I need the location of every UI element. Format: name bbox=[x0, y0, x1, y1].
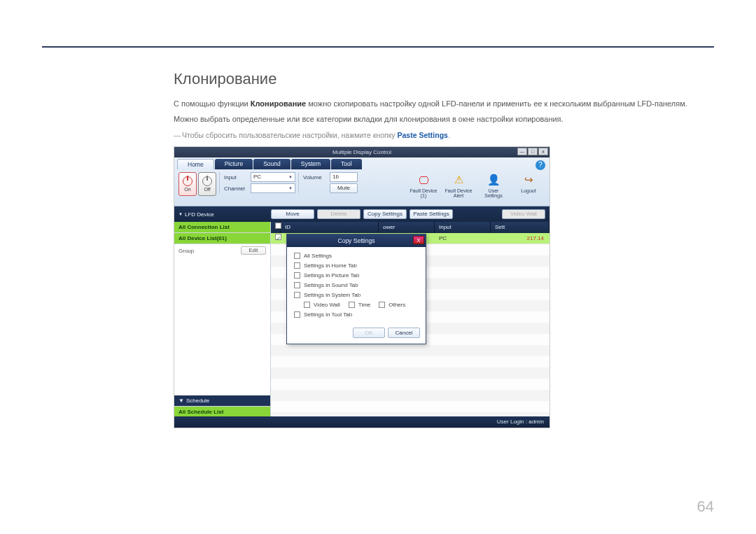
para1-a: С помощью функции bbox=[174, 99, 251, 108]
status-bar: User Login : admin bbox=[174, 416, 550, 428]
cancel-button[interactable]: Cancel bbox=[388, 328, 420, 338]
hdr-id[interactable]: ID bbox=[281, 222, 379, 233]
mute-button[interactable]: Mute bbox=[330, 183, 358, 193]
checkbox-icon bbox=[294, 262, 300, 269]
channel-dropdown[interactable]: ▼ bbox=[251, 183, 295, 193]
opt-home-tab[interactable]: Settings in Home Tab bbox=[294, 262, 419, 269]
row-checkbox[interactable] bbox=[271, 233, 281, 244]
chevron-down-icon: ▼ bbox=[178, 212, 183, 216]
opt-label: Settings in Picture Tab bbox=[304, 272, 359, 279]
opt-label: Settings in Home Tab bbox=[304, 262, 357, 269]
opt-label: Video Wall bbox=[314, 302, 340, 308]
tab-home[interactable]: Home bbox=[177, 159, 214, 169]
opt-label: Settings in System Tab bbox=[304, 292, 360, 298]
all-device-list[interactable]: All Device List(01) bbox=[174, 233, 270, 244]
alert-icon: ⚠ bbox=[451, 172, 466, 188]
tab-picture[interactable]: Picture bbox=[215, 159, 253, 169]
checkbox-icon bbox=[304, 302, 310, 308]
checkbox-icon bbox=[349, 302, 355, 308]
hdr-settings[interactable]: Sett bbox=[491, 222, 550, 233]
tab-system[interactable]: System bbox=[291, 159, 330, 169]
row-input: PC bbox=[435, 233, 491, 244]
opt-label: Settings in Tool Tab bbox=[304, 311, 352, 318]
opt-video-wall[interactable]: Video Wall bbox=[304, 302, 340, 308]
checkbox-icon bbox=[294, 272, 300, 279]
opt-label: Time bbox=[358, 302, 370, 308]
power-on-icon bbox=[183, 176, 192, 186]
lfd-device-header[interactable]: ▼ LFD Device bbox=[178, 211, 268, 218]
user-icon: 👤 bbox=[486, 172, 501, 188]
power-off-button[interactable]: Off bbox=[198, 172, 216, 196]
copy-settings-button[interactable]: Copy Settings bbox=[363, 209, 407, 219]
input-label: Input bbox=[224, 174, 248, 181]
chevron-down-icon: ▼ bbox=[288, 184, 293, 192]
note-b: . bbox=[448, 131, 450, 139]
logout-label: Logout bbox=[521, 188, 536, 193]
note-a: Чтобы сбросить пользовательские настройк… bbox=[182, 131, 398, 139]
ribbon: ? Home Picture Sound System Tool On Off bbox=[174, 157, 550, 206]
para1-bold: Клонирование bbox=[251, 99, 306, 108]
app-screenshot: Multiple Display Control — □ x ? Home Pi… bbox=[174, 146, 550, 428]
section-title: Клонирование bbox=[174, 70, 713, 88]
fault-alert-label: Fault Device Alert bbox=[444, 188, 472, 198]
opt-tool-tab[interactable]: Settings in Tool Tab bbox=[294, 311, 419, 318]
checkbox-icon bbox=[294, 282, 300, 288]
opt-time[interactable]: Time bbox=[349, 302, 370, 308]
titlebar: Multiple Display Control — □ x bbox=[174, 147, 550, 157]
minimize-button[interactable]: — bbox=[517, 148, 527, 155]
opt-all-settings[interactable]: All Settings bbox=[294, 253, 419, 259]
sidebar: All Connection List All Device List(01) … bbox=[174, 222, 271, 418]
opt-system-tab[interactable]: Settings in System Tab bbox=[294, 292, 419, 298]
volume-value: 16 bbox=[332, 173, 339, 181]
maximize-button[interactable]: □ bbox=[528, 148, 538, 155]
status-text: User Login : admin bbox=[497, 419, 544, 425]
logout-button[interactable]: ↪ Logout bbox=[514, 172, 542, 198]
input-dropdown[interactable]: PC ▼ bbox=[251, 172, 295, 182]
para1-b: можно скопировать настройку одной LFD-па… bbox=[306, 99, 687, 108]
user-settings-button[interactable]: 👤 User Settings bbox=[479, 172, 507, 198]
video-wall-button[interactable]: Video Wall bbox=[502, 209, 545, 219]
power-on-button[interactable]: On bbox=[178, 172, 197, 196]
fault-device-label: Fault Device (1) bbox=[410, 188, 438, 198]
close-button[interactable]: x bbox=[538, 148, 548, 155]
checkbox-icon bbox=[294, 292, 300, 298]
lfd-device-label: LFD Device bbox=[185, 211, 214, 218]
opt-picture-tab[interactable]: Settings in Picture Tab bbox=[294, 272, 419, 279]
channel-label: Channel bbox=[224, 185, 248, 192]
schedule-label: Schedule bbox=[186, 395, 209, 407]
fault-device-button[interactable]: 🖵 Fault Device (1) bbox=[410, 172, 438, 198]
move-button[interactable]: Move bbox=[271, 209, 314, 219]
power-off-icon bbox=[202, 176, 212, 186]
content: Клонирование С помощью функции Клонирова… bbox=[174, 70, 713, 428]
top-rule bbox=[42, 46, 714, 48]
volume-input[interactable]: 16 bbox=[330, 172, 358, 182]
fault-alert-button[interactable]: ⚠ Fault Device Alert bbox=[444, 172, 472, 198]
opt-sound-tab[interactable]: Settings in Sound Tab bbox=[294, 282, 419, 288]
hdr-checkbox[interactable] bbox=[271, 222, 281, 233]
ok-button[interactable]: OK bbox=[353, 328, 385, 338]
dialog-close-button[interactable]: X bbox=[413, 236, 424, 244]
all-connection-list[interactable]: All Connection List bbox=[174, 222, 270, 233]
checkbox-icon bbox=[379, 302, 385, 308]
delete-button[interactable]: Delete bbox=[317, 209, 360, 219]
opt-label: Others bbox=[388, 302, 405, 308]
hdr-input[interactable]: Input bbox=[435, 222, 491, 233]
group-label: Group bbox=[178, 248, 194, 254]
tab-tool[interactable]: Tool bbox=[331, 159, 362, 169]
paste-settings-button[interactable]: Paste Settings bbox=[410, 209, 453, 219]
power-on-label: On bbox=[184, 187, 190, 192]
app-title: Multiple Display Control bbox=[332, 149, 391, 155]
note-line: Чтобы сбросить пользовательские настройк… bbox=[174, 131, 713, 139]
opt-others[interactable]: Others bbox=[379, 302, 405, 308]
schedule-header[interactable]: ▼ Schedule bbox=[174, 395, 270, 407]
opt-label: Settings in Sound Tab bbox=[304, 282, 358, 288]
volume-label: Volume bbox=[303, 174, 327, 181]
paste-settings-link[interactable]: Paste Settings bbox=[398, 131, 448, 139]
logout-icon: ↪ bbox=[521, 172, 536, 188]
group-row: Group Edit bbox=[174, 244, 270, 257]
hdr-power[interactable]: ower bbox=[379, 222, 435, 233]
edit-button[interactable]: Edit bbox=[241, 246, 266, 255]
tab-sound[interactable]: Sound bbox=[253, 159, 290, 169]
user-settings-label: User Settings bbox=[479, 188, 507, 198]
input-value: PC bbox=[253, 173, 261, 181]
